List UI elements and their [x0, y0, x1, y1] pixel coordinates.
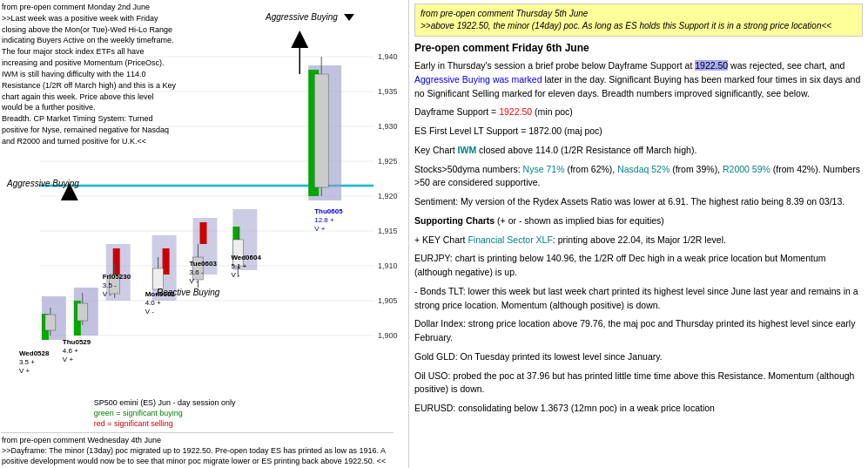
svg-text:1,905: 1,905 [378, 296, 397, 305]
svg-rect-35 [45, 315, 56, 330]
bottom-left-comment: from pre-open comment Wednesday 4th June… [2, 432, 394, 466]
svg-text:SP500 emini (ES) Jun - day ses: SP500 emini (ES) Jun - day session only [94, 398, 236, 407]
svg-text:green = significant buying: green = significant buying [94, 409, 183, 417]
aggressive-buying-mid-label: Aggressive Buying [7, 179, 79, 188]
svg-text:1,920: 1,920 [378, 192, 397, 200]
svg-text:Thu0605: Thu0605 [314, 207, 343, 215]
svg-text:4.6 +: 4.6 + [63, 347, 78, 355]
supporting-oil: Oil USO: probed the poc at 37.96 but has… [414, 370, 863, 397]
sentiment: Sentiment: My version of the Rydex Asset… [414, 195, 863, 209]
svg-rect-33 [200, 222, 207, 244]
svg-rect-37 [77, 303, 88, 321]
svg-text:1,915: 1,915 [378, 227, 397, 235]
top-left-comment: from pre-open comment Monday 2nd June >>… [2, 2, 176, 147]
svg-text:V -: V - [103, 290, 112, 298]
svg-text:1,910: 1,910 [378, 261, 397, 270]
dayframe-support: Dayframe Support = 1922.50 (min poc) [414, 105, 863, 119]
svg-text:Thu0529: Thu0529 [63, 338, 91, 346]
svg-text:3.5 +: 3.5 + [19, 358, 35, 366]
svg-text:1,940: 1,940 [378, 52, 397, 61]
svg-text:Tue0603: Tue0603 [190, 260, 218, 268]
reactive-buying-label: Reactive Buying [157, 288, 219, 297]
svg-text:V -: V - [231, 271, 240, 279]
right-panel: from pre-open comment Thursday 5th June … [409, 0, 868, 468]
svg-rect-47 [314, 74, 328, 187]
svg-text:V +: V + [314, 225, 326, 233]
stocks-line: Stocks>50dyma numbers: Nyse 71% (from 62… [414, 163, 863, 191]
key-chart: Key Chart IWM closed above 114.0 (1/2R R… [414, 144, 863, 158]
svg-text:4.0 +: 4.0 + [145, 299, 161, 307]
supporting-gold: Gold GLD: On Tuesday printed its lowest … [414, 350, 863, 364]
supporting-tlt: - Bonds TLT: lower this week but last we… [414, 285, 863, 313]
yellow-box: from pre-open comment Thursday 5th June … [414, 3, 863, 37]
aggressive-buying-top-label: Aggressive Buying [266, 12, 354, 22]
svg-text:3.6 -: 3.6 - [190, 268, 204, 276]
svg-text:5.1 +: 5.1 + [231, 262, 246, 270]
svg-text:1,930: 1,930 [378, 122, 397, 131]
svg-text:V +: V + [63, 356, 74, 363]
svg-text:Fri05230: Fri05230 [103, 273, 131, 281]
svg-text:V +: V + [19, 367, 30, 375]
supporting-dollar: Dollar Index: strong price location abov… [414, 317, 863, 345]
price-highlight-1: 1922.50 [695, 60, 728, 71]
svg-text:3.5 -: 3.5 - [103, 281, 117, 289]
svg-text:12.8 +: 12.8 + [314, 216, 334, 224]
paragraph-1: Early in Thursday's session a brief prob… [414, 59, 863, 100]
svg-text:red = significant selling: red = significant selling [94, 419, 173, 428]
svg-text:1,900: 1,900 [378, 331, 397, 340]
supporting-xlf: + KEY Chart Financial Sector XLF: printi… [414, 234, 863, 248]
svg-text:Wed0604: Wed0604 [231, 254, 261, 261]
svg-text:1,935: 1,935 [378, 87, 397, 96]
svg-rect-41 [153, 268, 164, 289]
supporting-eurusd: EURUSD: consolidating below 1.3673 (12mn… [414, 402, 863, 416]
svg-rect-31 [113, 248, 120, 275]
right-text-body: Early in Thursday's session a brief prob… [414, 59, 863, 416]
preopen-title: Pre-open comment Friday 6th June [414, 42, 863, 54]
aggressive-buying-link: Aggressive Buying was marked [414, 74, 542, 85]
supporting-eurjpy: EURJPY: chart is printing below 140.96, … [414, 252, 863, 280]
left-panel: from pre-open comment Monday 2nd June >>… [0, 0, 409, 468]
svg-text:1,925: 1,925 [378, 157, 397, 166]
svg-text:Wed0528: Wed0528 [19, 349, 50, 357]
es-support: ES First Level LT Support = 1872.00 (maj… [414, 125, 863, 139]
svg-text:V -: V - [190, 277, 199, 285]
svg-text:V -: V - [145, 308, 155, 315]
supporting-title: Supporting Charts (+ or - shown as impli… [414, 214, 863, 228]
